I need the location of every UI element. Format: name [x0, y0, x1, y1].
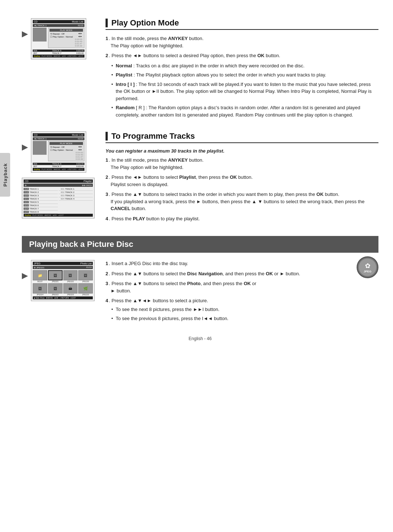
screen-box-playlist: CD Playlist ⊕ ⊕⊕ 04/15 018TRACK 1 019TRA…	[22, 178, 95, 218]
list-item: 4. Press the PLAY button to play the pla…	[106, 215, 378, 222]
sub-text: The Play option will be highlighted.	[106, 42, 183, 50]
list-item: 2. Press the ▲▼ buttons to select the Di…	[106, 270, 353, 277]
play-option-instructions: 1. In the still mode, press the ANYKEY b…	[106, 35, 378, 59]
screen-track-row: 007TRACK 70:03:44	[33, 52, 84, 55]
screen-track-list-1: 006TRACK 60:03:44 007TRACK 70:03:44	[33, 50, 84, 55]
bullet-intro: Intro [ I ] : The first 10 seconds of ea…	[111, 81, 378, 102]
screen-track-row: 006TRACK 60:03:44	[33, 50, 84, 52]
screen-box-2: CD Music List ◄) TRACK 1 01/15 PLAY MODE	[31, 131, 86, 173]
screen-album-art	[33, 28, 47, 42]
jpeg-badge: ✿ JPEG	[357, 256, 378, 278]
programme-header: To Programme Tracks	[106, 131, 378, 143]
playlist-label: Playlist	[116, 72, 132, 78]
picture-disc-right: ✿ JPEG 1. Insert a JPEG Disc into the di…	[106, 260, 378, 325]
list-item: 3. Press the ▲▼ buttons to select the Ph…	[106, 280, 353, 294]
header-bar	[106, 19, 108, 27]
bullet-random: Random [ R ] : The Random option plays a…	[111, 104, 378, 118]
picture-bullets: To see the next 8 pictures, press the ►►…	[106, 306, 353, 322]
screen-album-art-2	[33, 141, 47, 155]
jpeg-thumb: 📁	[33, 270, 47, 280]
play-option-title: Play Option Mode	[111, 18, 179, 28]
anykey-bold: ANYKEY	[168, 36, 188, 41]
screen-header-2: CD Music List	[33, 133, 84, 137]
screen-play-mode-box-2: PLAY MODE ⟲ Repeat : Off◄► ☐ Play Option…	[48, 141, 84, 161]
bullet-normal: Normal : Tracks on a disc are played in …	[111, 62, 378, 70]
jpeg-thumb-selected: 🖼	[48, 270, 63, 280]
jpeg-footer: ■ Slide Show ❖MOVE ⊕OK ↩RETURN ↢EXIT	[33, 296, 93, 299]
picture-disc-content: ▶ JPEG Photo List ⊕ JPEG01 01/10	[22, 260, 378, 325]
sidebar-tab: Playback	[0, 153, 10, 197]
programme-content: To Programme Tracks You can register a m…	[106, 131, 378, 225]
screen-play-mode-box: PLAY MODE ⟲ Repeat : Off◄► ☐ Play Option…	[48, 28, 84, 48]
screen-mockup-play-option: ▶ CD Music List ◄) TRACK 1 01/15	[22, 18, 95, 121]
list-item: 1. In the still mode, press the ANYKEY b…	[106, 35, 378, 49]
bullet-next: To see the next 8 pictures, press the ►►…	[111, 306, 353, 313]
jpeg-badge-label: JPEG	[364, 270, 371, 273]
arrow-right-1: ▶	[22, 18, 28, 39]
random-label: Random	[116, 105, 135, 110]
jpeg-badge-symbol: ✿	[365, 262, 370, 270]
section-programme: ▶ CD Music List ◄) TRACK 1 01/15	[22, 131, 378, 225]
screen-header-playlist: CD Playlist	[24, 180, 93, 183]
arrow-right-jpeg: ▶	[22, 260, 28, 280]
screen-track-list-2: 006TRACK 60:03:44 007TRACK 70:03:44	[33, 163, 84, 168]
picture-disc-instructions: 1. Insert a JPEG Disc into the disc tray…	[106, 260, 378, 322]
main-content: ▶ CD Music List ◄) TRACK 1 01/15	[22, 15, 378, 341]
playlist-columns: 018TRACK 1 019TRACK 2 020TRACK 3 021TRAC…	[24, 188, 93, 214]
playlist-col-right: 001TRACK 1 002TRACK 2 003TRACK 3 004TRAC…	[59, 188, 93, 214]
header-bar-2	[106, 132, 108, 141]
screen-header-right: Music List	[72, 20, 83, 23]
section-play-option: ▶ CD Music List ◄) TRACK 1 01/15	[22, 15, 378, 121]
page-container: Playback ▶ CD Music List ◄) TRACK 1 01/1…	[0, 0, 393, 532]
screen-footer-1: AnyKey PLAY MODE ❖MOVE ⊕OK ↩RETURN ↢EXIT	[33, 55, 84, 58]
jpeg-badge-inner: ✿ JPEG	[359, 259, 376, 276]
picture-disc-header: Playing back a Picture Disc	[22, 236, 378, 253]
screen-play-mode-title: PLAY MODE	[49, 29, 83, 32]
play-option-bullets: Normal : Tracks on a disc are played in …	[106, 62, 378, 119]
play-option-content: Play Option Mode 1. In the still mode, p…	[106, 18, 378, 121]
sidebar-label: Playback	[3, 163, 8, 186]
page-number: English - 46	[22, 336, 378, 341]
screen-track-right: 01/15	[78, 24, 83, 27]
bullet-playlist: Playlist : The Playlist playback option …	[111, 71, 378, 79]
screen-repeat-row: ⟲ Repeat : Off◄►	[49, 32, 83, 35]
screen-track-bar-1: ◄) TRACK 1 01/15	[33, 24, 84, 27]
list-item: 1. In the still mode, press the ANYKEY b…	[106, 157, 378, 171]
screen-footer-2: AnyKey PLAY MODE ❖MOVE ⊕OK ↩RETURN ↢EXIT	[33, 168, 84, 171]
list-item: 3. Press the ▲▼ buttons to select tracks…	[106, 191, 378, 212]
screen-box-1: CD Music List ◄) TRACK 1 01/15 PLAY MODE	[31, 18, 86, 59]
programme-instructions: 1. In the still mode, press the ANYKEY b…	[106, 157, 378, 222]
ok-bold: OK	[257, 53, 265, 58]
screen-header-left: CD	[34, 20, 37, 23]
jpeg-screen-box: JPEG Photo List ⊕ JPEG01 01/10 📁	[31, 260, 95, 301]
screen-track-left: ◄) TRACK 1	[34, 24, 47, 27]
screen-play-option-row: ☐ Play Option : Normal◄►	[49, 35, 83, 38]
screen-mockup-programme: ▶ CD Music List ◄) TRACK 1 01/15	[22, 131, 95, 225]
jpeg-header: JPEG Photo List	[33, 262, 93, 265]
screen-track-bar-2: ◄) TRACK 1 01/15	[33, 137, 84, 140]
intro-label: Intro [ I ]	[116, 82, 135, 87]
screen-mockup-jpeg: ▶ JPEG Photo List ⊕ JPEG01 01/10	[22, 260, 95, 325]
section-picture-disc: Playing back a Picture Disc ▶ JPEG Photo…	[22, 236, 378, 325]
jpeg-thumbnails: 📁 ROOT 🖼 JPEG01	[33, 270, 93, 296]
normal-label: Normal	[116, 63, 132, 68]
screen-header-1: CD Music List	[33, 20, 84, 23]
list-item: 2. Press the ◄► buttons to select a desi…	[106, 52, 378, 59]
bullet-prev: To see the previous 8 pictures, press th…	[111, 315, 353, 322]
play-option-header: Play Option Mode	[106, 18, 378, 30]
jpeg-thumb-wrapper: 📁 ROOT	[33, 270, 47, 283]
page-number-text: English - 46	[188, 336, 211, 341]
picture-disc-title: Playing back a Picture Disc	[29, 240, 133, 249]
screen-footer-playlist: AnyKey PLAY MODE ❖MOVE ⊕OK ↢EXIT	[24, 214, 93, 217]
arrow-right-2: ▶	[22, 131, 28, 152]
playlist-col-left: 018TRACK 1 019TRACK 2 020TRACK 3 021TRAC…	[24, 188, 58, 214]
list-item: 2. Press the ◄► buttons to select Playli…	[106, 174, 378, 188]
programme-note: You can register a maximum 30 tracks in …	[106, 148, 378, 154]
jpeg-track-bar: ⊕ JPEG01 01/10	[33, 266, 93, 269]
programme-title: To Programme Tracks	[111, 131, 195, 141]
list-item: 4. Press the ▲▼◄► buttons to select a pi…	[106, 297, 353, 322]
list-item: 1. Insert a JPEG Disc into the disc tray…	[106, 260, 353, 267]
screen-mockup-playlist: CD Playlist ⊕ ⊕⊕ 04/15 018TRACK 1 019TRA…	[22, 178, 95, 218]
